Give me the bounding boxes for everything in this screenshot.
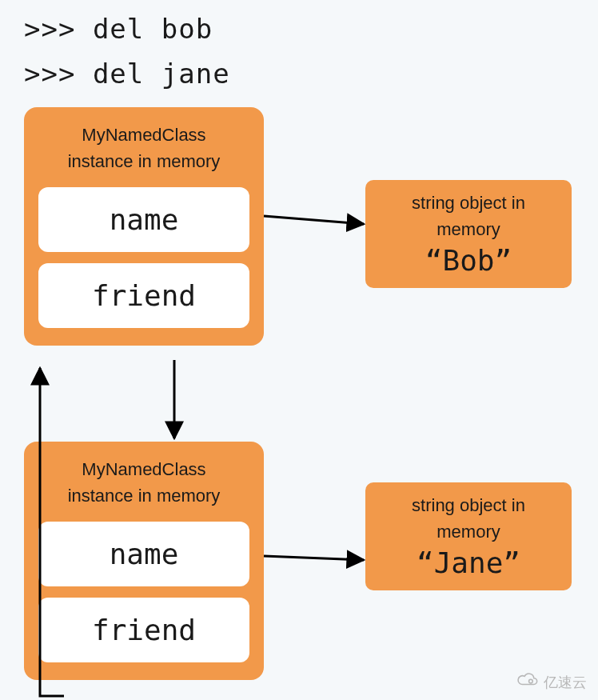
code-line-1: >>> del bob — [24, 6, 598, 51]
watermark-text: 亿速云 — [544, 673, 587, 692]
instance-title-l1: MyNamedClass — [82, 459, 205, 479]
watermark: 亿速云 — [516, 672, 587, 692]
attr-friend: friend — [38, 598, 249, 662]
code-block: >>> del bob >>> del jane — [0, 0, 598, 96]
code-line-2: >>> del jane — [24, 51, 598, 96]
string-value: “Jane” — [372, 546, 565, 579]
string-title: string object in memory — [372, 190, 565, 242]
string-box-bob: string object in memory “Bob” — [365, 180, 572, 288]
cloud-icon — [516, 672, 539, 692]
string-title: string object in memory — [372, 492, 565, 545]
instance-title-l2: instance in memory — [68, 151, 221, 171]
arrow-name-to-jane — [264, 556, 364, 560]
attr-name: name — [38, 522, 249, 586]
instance-title: MyNamedClass instance in memory — [38, 122, 249, 174]
string-title-l2: memory — [437, 522, 500, 542]
instance-title: MyNamedClass instance in memory — [38, 456, 249, 509]
string-box-jane: string object in memory “Jane” — [365, 482, 572, 590]
instance-box-jane: MyNamedClass instance in memory name fri… — [24, 442, 264, 680]
arrow-name-to-bob — [264, 216, 364, 224]
instance-title-l2: instance in memory — [68, 486, 221, 506]
attr-friend: friend — [38, 263, 249, 328]
string-title-l2: memory — [437, 219, 500, 239]
instance-title-l1: MyNamedClass — [82, 125, 205, 145]
string-value: “Bob” — [372, 244, 565, 277]
instance-box-bob: MyNamedClass instance in memory name fri… — [24, 107, 264, 346]
string-title-l1: string object in — [412, 193, 525, 213]
attr-name: name — [38, 187, 249, 252]
string-title-l1: string object in — [412, 495, 525, 515]
svg-point-0 — [529, 679, 533, 683]
